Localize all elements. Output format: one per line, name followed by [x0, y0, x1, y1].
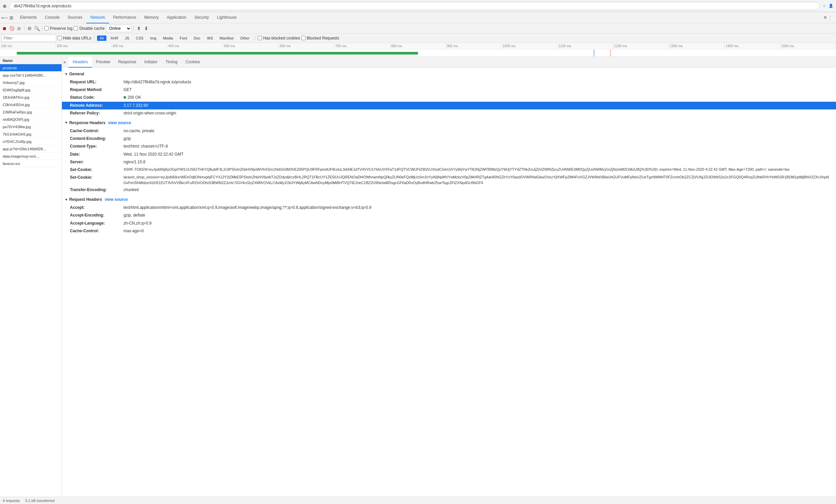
tab-sources[interactable]: Sources	[63, 12, 86, 23]
list-item-img7[interactable]: pa7DrV43Mw.jpg	[0, 123, 61, 131]
req-tab-headers[interactable]: Headers	[69, 57, 92, 67]
hide-data-urls-label: Hide data URLs	[63, 36, 91, 40]
has-blocked-cookies-input[interactable]	[258, 36, 262, 40]
list-item-img8[interactable]: 7kG1HekGK6.jpg	[0, 131, 61, 138]
list-item-img2[interactable]: 82Wf2sg8gM.jpg	[0, 86, 61, 94]
request-headers-section-header[interactable]: ▼ Request Headers view source	[62, 196, 836, 203]
referrer-policy-row: Referrer Policy: strict-origin-when-cros…	[62, 110, 836, 117]
tick-1400: 1400 ms	[725, 43, 780, 49]
req-tab-initiator[interactable]: Initiator	[140, 57, 161, 67]
filter-btn-all[interactable]: All	[97, 36, 107, 41]
filter-btn-img[interactable]: Img	[148, 36, 159, 41]
blocked-requests-input[interactable]	[301, 36, 306, 40]
filter-btn-xhr[interactable]: XHR	[108, 36, 121, 41]
tick-1200: 1200 ms	[613, 43, 669, 49]
date-value: Wed, 11 Nov 2020 02:22:42 GMT	[124, 151, 831, 158]
accept-language-row: Accept-Language: zh-CN,zh;q=0.9	[62, 219, 836, 227]
list-item-products[interactable]: products	[0, 64, 61, 72]
more-icon[interactable]: ⋮	[828, 15, 832, 20]
file-name-img9: uYEHCJ1oRp.jpg	[3, 139, 32, 143]
file-name-img8: 7kG1HekGK6.jpg	[3, 132, 32, 136]
tab-performance[interactable]: Performance	[109, 12, 140, 23]
list-item-img4[interactable]: C0bVuKB2nt.jpg	[0, 101, 61, 109]
disable-cache-label: Disable cache	[79, 26, 104, 31]
filter-btn-font[interactable]: Font	[177, 36, 190, 41]
response-headers-section-header[interactable]: ▼ Response Headers view source	[62, 119, 836, 127]
toolbar-separator-1	[24, 26, 24, 31]
filter-btn-other[interactable]: Other	[238, 36, 252, 41]
list-item-svg[interactable]: data:image/svg+xml,...	[0, 153, 61, 160]
blocked-requests-checkbox[interactable]: Blocked Requests	[301, 36, 339, 40]
close-panel-button[interactable]: ×	[63, 60, 66, 65]
clear-icon[interactable]: ⊘	[16, 25, 22, 32]
filter-icon[interactable]: ⚙	[26, 25, 33, 32]
list-item-img3[interactable]: 1B3n0ATKrn.jpg	[0, 94, 61, 101]
date-label: Date:	[70, 151, 124, 158]
list-item-favicon[interactable]: favicon.ico	[0, 160, 61, 167]
list-item-img5[interactable]: 2JMRaFwRpo.jpg	[0, 109, 61, 116]
request-url-value: http://db427f848a7d.ngrok.io/products	[124, 79, 831, 85]
profile-icon[interactable]: 👤	[829, 4, 833, 8]
tab-console[interactable]: Console	[41, 12, 63, 23]
req-tab-timing[interactable]: Timing	[162, 57, 182, 67]
disable-cache-checkbox[interactable]: Disable cache	[74, 26, 104, 31]
tab-memory[interactable]: Memory	[140, 12, 163, 23]
list-item-img6[interactable]: nlvBAQO5Pj.jpg	[0, 116, 61, 123]
devtools-settings: ⚙ ⋮	[821, 15, 835, 20]
general-section-header[interactable]: ▼ General	[62, 70, 836, 78]
accept-encoding-label: Accept-Encoding:	[70, 212, 124, 218]
file-name-img1: Xrtlwzrxj7.jpg	[3, 81, 24, 85]
import-icon[interactable]: ⬆	[136, 25, 142, 32]
tab-application[interactable]: Application	[163, 12, 190, 23]
tick-400: 400 ms	[167, 43, 223, 49]
timeline-ruler: 100 ms 200 ms 300 ms 400 ms 500 ms 600 m…	[0, 43, 836, 50]
response-headers-view-source[interactable]: view source	[108, 120, 131, 125]
remote-address-row: Remote Address: 3.17.7.232:80	[62, 102, 836, 110]
set-cookie-1-row: Set-Cookie: XSRF-TOKEN=eyJpdiI6IjAyOGplY…	[62, 166, 836, 174]
filter-btn-media[interactable]: Media	[160, 36, 176, 41]
hide-data-urls-checkbox[interactable]: Hide data URLs	[58, 36, 91, 40]
tab-elements[interactable]: Elements	[16, 12, 41, 23]
request-headers-view-source[interactable]: view source	[105, 197, 128, 202]
filter-btn-manifest[interactable]: Manifest	[217, 36, 236, 41]
filter-btn-doc[interactable]: Doc	[191, 36, 203, 41]
req-cache-control-value: max-age=0	[124, 228, 831, 234]
tab-network[interactable]: Network	[86, 12, 109, 23]
tick-200: 200 ms	[56, 43, 112, 49]
bookmark-icon[interactable]: ☆	[823, 4, 826, 8]
remote-address-label: Remote Address:	[70, 102, 124, 109]
preserve-log-checkbox[interactable]: Preserve log	[44, 26, 72, 31]
filter-input[interactable]	[1, 35, 56, 42]
filter-btn-ws[interactable]: WS	[205, 36, 216, 41]
request-method-label: Request Method:	[70, 87, 124, 93]
status-code-value: 200 OK	[124, 94, 831, 101]
server-value: nginx/1.15.8	[124, 159, 831, 165]
list-item-app-js[interactable]: app.js?id=03bc146b0f28...	[0, 145, 61, 153]
filter-btn-css[interactable]: CSS	[133, 36, 146, 41]
disable-cache-input[interactable]	[74, 26, 78, 31]
filter-btn-js[interactable]: JS	[122, 36, 132, 41]
list-item-img1[interactable]: Xrtlwzrxj7.jpg	[0, 79, 61, 86]
export-icon[interactable]: ⬇	[143, 25, 149, 32]
record-icon[interactable]: ⏺	[1, 25, 7, 32]
list-item-img9[interactable]: uYEHCJ1oRp.jpg	[0, 138, 61, 145]
transferred-size: 5.1 kB transferred	[25, 499, 54, 503]
has-blocked-cookies-checkbox[interactable]: Has blocked cookies	[258, 36, 300, 40]
accept-language-value: zh-CN,zh;q=0.9	[124, 220, 831, 227]
address-bar[interactable]: db427f848a7d.ngrok.io/products	[10, 2, 820, 10]
tab-lighthouse[interactable]: Lighthouse	[213, 12, 241, 23]
tab-security[interactable]: Security	[190, 12, 213, 23]
online-select[interactable]: Online Offline Slow 3G Fast 3G	[106, 25, 132, 32]
hide-data-urls-input[interactable]	[58, 36, 62, 40]
stop-icon[interactable]: 🚫	[9, 25, 15, 32]
settings-icon[interactable]: ⚙	[824, 15, 827, 20]
req-tab-response[interactable]: Response	[114, 57, 140, 67]
preserve-log-input[interactable]	[44, 26, 49, 31]
req-tab-preview[interactable]: Preview	[92, 57, 114, 67]
list-item-app-css[interactable]: app.css?id=11d4b44385...	[0, 72, 61, 79]
search-icon[interactable]: 🔍	[34, 25, 40, 32]
filter-sep-1	[94, 36, 94, 41]
tick-1500: 1500 ms	[780, 43, 836, 49]
request-method-row: Request Method: GET	[62, 86, 836, 94]
req-tab-cookies[interactable]: Cookies	[182, 57, 204, 67]
